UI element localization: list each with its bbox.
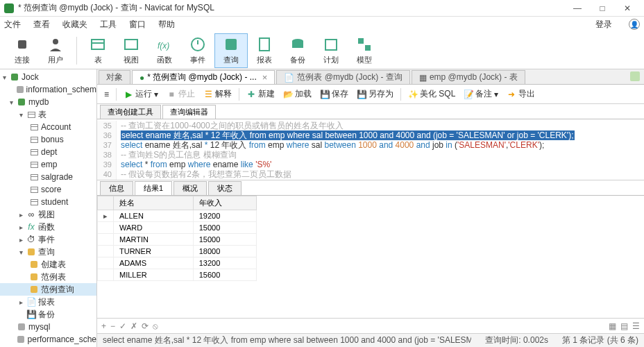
query-tab-icon: 📄 [284,73,294,83]
sync-icon[interactable] [630,71,640,81]
new-button[interactable]: ✚新建 [244,87,278,101]
card-view-button[interactable]: ☰ [632,321,640,331]
delete-row-button[interactable]: − [110,321,115,331]
stop-button[interactable]: ⦸ [153,321,158,331]
function-button[interactable]: f(x)函数 [148,33,181,68]
tab-query[interactable]: ●* 范例查询 @mydb (Jock) - ...× [132,70,275,84]
database-icon [17,97,26,107]
tree-db[interactable]: ▾mydb [0,96,96,108]
table-row[interactable]: ADAMS13200 [98,257,257,269]
login-link[interactable]: 登录 [595,19,612,31]
export-button[interactable]: ➜导出 [504,87,538,101]
sql-editor[interactable]: 35-- 查询工资在1000-4000之间的职员或销售员的姓名及年收入 36se… [97,119,644,180]
tree-queries-group[interactable]: ▾查询 [0,246,96,258]
connect-button[interactable]: 连接 [6,33,39,68]
result-tab-overview[interactable]: 概况 [173,181,207,195]
function-icon: f(x) [155,35,173,53]
table-icon [29,197,39,207]
table-row[interactable]: ▸ALLEN19200 [98,210,257,222]
add-row-button[interactable]: + [101,321,106,331]
grid-view-button[interactable]: ▦ [609,321,616,331]
view-icon [122,35,140,53]
explain-button[interactable]: ☰解释 [201,87,235,101]
tree-tables-group[interactable]: ▾表 [0,108,96,121]
tree-events-group[interactable]: ▸⏱事件 [0,233,96,246]
tree-table[interactable]: Account [0,121,96,133]
tree-query[interactable]: 范例查询 [0,283,96,296]
user-button[interactable]: 用户 [39,33,72,68]
table-row[interactable]: MILLER15600 [98,269,257,281]
query-group-icon [26,247,36,257]
menu-help[interactable]: 帮助 [158,19,175,31]
table-row[interactable]: TURNER18000 [98,246,257,257]
tab-objects[interactable]: 对象 [99,70,130,84]
table-button[interactable]: 表 [81,33,115,68]
apply-button[interactable]: ✓ [119,321,126,331]
save-icon: 💾 [320,90,330,99]
query-button[interactable]: 查询 [214,33,248,68]
beautify-button[interactable]: ✨美化 SQL [405,87,458,101]
tree-table[interactable]: score [0,183,96,196]
table-row[interactable]: WARD15000 [98,222,257,234]
table-row[interactable]: MARTIN15000 [98,234,257,246]
stop-icon: ■ [167,90,176,99]
tree-table[interactable]: emp [0,158,96,171]
plan-button[interactable]: 计划 [314,33,348,68]
stop-button[interactable]: ■停止 [164,87,198,101]
tree-query[interactable]: 创建表 [0,258,96,271]
tree-table[interactable]: student [0,196,96,208]
user-avatar-icon[interactable]: 👤 [629,19,640,30]
subtab-builder[interactable]: 查询创建工具 [100,105,161,119]
tree-query[interactable]: 范例表 [0,271,96,283]
tree-db[interactable]: performance_sche [0,333,96,346]
svg-rect-14 [365,45,371,51]
refresh-button[interactable]: ⟳ [142,321,149,331]
save-as-button[interactable]: 💾另存为 [354,87,396,101]
form-view-button[interactable]: ▤ [620,321,628,331]
save-as-icon: 💾 [357,90,366,99]
close-icon[interactable]: × [262,73,268,82]
menu-window[interactable]: 窗口 [129,19,146,31]
tree-table[interactable]: salgrade [0,171,96,183]
tree-functions-group[interactable]: ▸fx函数 [0,221,96,233]
load-button[interactable]: 📂加载 [280,87,314,101]
event-button[interactable]: 事件 [181,33,214,68]
backup-button[interactable]: 备份 [281,33,314,68]
subtab-editor[interactable]: 查询编辑器 [162,105,216,119]
maximize-button[interactable]: □ [590,1,615,15]
tree-db[interactable]: information_schem [0,83,96,96]
tree-table[interactable]: dept [0,146,96,158]
menu-favorites[interactable]: 收藏夹 [62,19,87,31]
close-button[interactable]: ✕ [615,1,640,15]
tree-views-group[interactable]: ▸∞视图 [0,208,96,221]
result-tab-info[interactable]: 信息 [100,181,133,195]
result-tab-status[interactable]: 状态 [208,181,242,195]
tree-reports-group[interactable]: ▸📄报表 [0,296,96,308]
run-button[interactable]: ▶运行▾ [121,87,161,101]
tree-table[interactable]: bonus [0,133,96,146]
result-grid[interactable]: 姓名年收入 ▸ALLEN19200 WARD15000 MARTIN15000 … [97,196,644,318]
table-icon [29,147,39,157]
export-icon: ➜ [507,90,516,99]
cancel-button[interactable]: ✗ [130,321,137,331]
svg-rect-2 [92,40,104,49]
note-button[interactable]: 📝备注▾ [461,87,501,101]
save-button[interactable]: 💾保存 [317,87,351,101]
database-icon [16,335,25,344]
model-button[interactable]: 模型 [348,33,381,68]
status-sql: select ename 姓名,sal * 12 年收入 from emp wh… [103,335,471,346]
menu-toggle-button[interactable]: ≡ [101,88,112,101]
minimize-button[interactable]: — [565,1,590,15]
tree-backups-group[interactable]: 💾备份 [0,308,96,321]
view-button[interactable]: 视图 [115,33,148,68]
menu-tools[interactable]: 工具 [100,19,117,31]
query-toolbar: ≡ ▶运行▾ ■停止 ☰解释 ✚新建 📂加载 💾保存 💾另存为 ✨美化 SQL … [97,85,644,104]
report-button[interactable]: 报表 [248,33,281,68]
tab-table[interactable]: ▦emp @mydb (Jock) - 表 [412,70,525,84]
tree-connection[interactable]: ▾Jock [0,71,96,83]
menu-view[interactable]: 查看 [33,19,50,31]
tab-query[interactable]: 📄范例表 @mydb (Jock) - 查询 [276,70,410,84]
result-tab-result1[interactable]: 结果1 [135,181,172,195]
menu-file[interactable]: 文件 [4,19,21,31]
tree-db[interactable]: mysql [0,321,96,333]
